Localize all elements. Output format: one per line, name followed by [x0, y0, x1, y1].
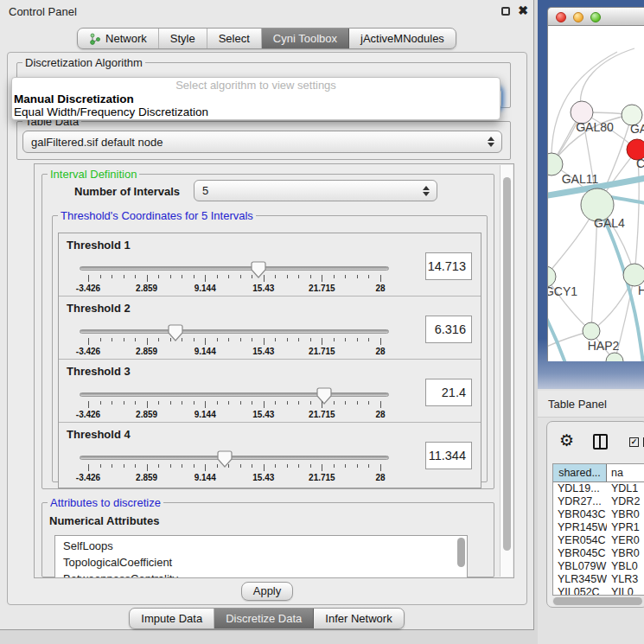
threshold-value-field[interactable]: 21.4 [425, 379, 472, 406]
slider-ticks [88, 275, 380, 283]
scale-label: 15.43 [252, 410, 274, 419]
scale-label: 21.715 [309, 284, 335, 293]
table-row[interactable]: YDL19...YDL1 [553, 482, 644, 495]
scrollbar-thumb[interactable] [503, 177, 511, 551]
settings-vertical-scrollbar[interactable] [500, 165, 513, 577]
table-cell: YBR045C [553, 547, 607, 560]
scale-label: -3.426 [76, 284, 100, 293]
numerical-attributes-list[interactable]: SelfLoopsTopologicalCoefficientBetweenne… [54, 535, 468, 578]
tab-cyni-toolbox[interactable]: Cyni Toolbox [262, 29, 349, 48]
tab-discretize-data[interactable]: Discretize Data [214, 609, 314, 628]
tab-label: Cyni Toolbox [273, 32, 337, 45]
threshold-value-field[interactable]: 6.316 [425, 316, 472, 343]
slider-track[interactable] [80, 392, 389, 397]
threshold-slider[interactable]: -3.4262.8599.14415.4321.71528 [80, 324, 389, 359]
table-column-header[interactable]: shared... [553, 464, 607, 481]
cyni-toolbox-panel: Discretization Algorithm Select algorith… [7, 52, 527, 605]
scale-label: -3.426 [76, 410, 100, 419]
table-cell: YBL079W [553, 560, 607, 573]
slider-track[interactable] [80, 266, 389, 271]
table-row[interactable]: YIL052CYIL0 [553, 586, 644, 596]
attributes-scrollbar[interactable] [457, 538, 465, 567]
mac-close-icon[interactable] [556, 12, 566, 22]
tab-select[interactable]: Select [207, 29, 262, 48]
table-row[interactable]: YLR345WYLR3 [553, 573, 644, 586]
scale-label: -3.426 [76, 347, 100, 356]
network-node[interactable] [583, 322, 600, 340]
table-header-row: shared...na [553, 464, 644, 482]
scale-label: 2.859 [136, 284, 157, 293]
apply-button[interactable]: Apply [241, 582, 293, 601]
threshold-slider[interactable]: -3.4262.8599.14415.4321.71528 [80, 261, 389, 296]
tab-network[interactable]: Network [78, 29, 159, 48]
close-icon[interactable]: ✖ [518, 3, 528, 17]
table-row[interactable]: YPR145WYPR1 [553, 521, 644, 534]
table-row[interactable]: YDR27...YDR2 [553, 495, 644, 508]
table-cell: YDL1 [607, 482, 644, 495]
tab-label: Impute Data [141, 612, 202, 625]
scrollbar-thumb[interactable] [553, 597, 642, 605]
table-row[interactable]: YBR043CYBR0 [553, 508, 644, 521]
table-cell: YLR3 [607, 573, 644, 586]
slider-track[interactable] [80, 329, 389, 334]
mac-zoom-icon[interactable] [590, 12, 601, 22]
slider-ticks [88, 338, 380, 346]
attribute-list-item[interactable]: BetweennessCentrality [55, 571, 467, 578]
thresholds-group-title: Threshold's Coordinates for 5 Intervals [58, 209, 256, 222]
threshold-value-field[interactable]: 11.344 [425, 442, 472, 469]
float-window-icon[interactable] [501, 7, 510, 16]
threshold-value-field[interactable]: 14.713 [425, 252, 472, 280]
column-layout-icon[interactable] [593, 434, 608, 450]
algorithm-option[interactable]: Manual Discretization [12, 92, 500, 105]
algorithm-dropdown-popup: Select algorithm to view settings Manual… [11, 77, 501, 120]
scale-label: -3.426 [76, 473, 100, 482]
tab-style[interactable]: Style [159, 29, 207, 48]
algorithm-hint-item[interactable]: Select algorithm to view settings [12, 78, 500, 92]
table-column-header[interactable]: na [607, 464, 644, 481]
tab-infer-network[interactable]: Infer Network [314, 609, 403, 628]
algorithm-option[interactable]: Equal Width/Frequency Discretization [12, 105, 500, 118]
checkbox-icon[interactable]: ✓ [629, 437, 639, 447]
slider-track[interactable] [80, 456, 389, 460]
attribute-list-item[interactable]: TopologicalCoefficient [55, 554, 467, 571]
table-data-combobox[interactable]: galFiltered.sif default node [22, 131, 502, 153]
network-window-titlebar[interactable] [547, 7, 644, 26]
network-canvas[interactable]: GAL80GACGAL11GAL4GCY1HHAP2 [547, 26, 644, 361]
tab-impute-data[interactable]: Impute Data [130, 609, 214, 628]
table-cell: YDR2 [607, 495, 644, 508]
table-card: ⚙ ✓ ✓ shared...na YDL19...YDL1YDR27...YD… [546, 421, 644, 608]
tab-label: Network [105, 32, 147, 45]
attributes-group: Attributes to discretize Numerical Attri… [41, 496, 494, 577]
table-row[interactable]: YER054CYER0 [553, 534, 644, 547]
threshold-row: Threshold 4-3.4262.8599.14415.4321.71528… [59, 423, 481, 486]
table-row[interactable]: YBL079WYBL0 [553, 560, 644, 573]
threshold-slider[interactable]: -3.4262.8599.14415.4321.71528 [80, 450, 389, 485]
table-cell: YBR0 [607, 508, 644, 521]
network-node-label: GCY1 [548, 284, 577, 298]
tab-jactivemnodules[interactable]: jActiveMNodules [349, 29, 456, 48]
mac-minimize-icon[interactable] [573, 12, 583, 22]
number-of-intervals-label: Number of Intervals [74, 185, 180, 198]
threshold-row: Threshold 1-3.4262.8599.14415.4321.71528… [59, 233, 481, 296]
threshold-rows-container: Threshold 1-3.4262.8599.14415.4321.71528… [58, 233, 481, 488]
scale-label: 28 [375, 347, 385, 356]
table-data-value: galFiltered.sif default node [31, 136, 163, 149]
table-row[interactable]: YBR045CYBR0 [553, 547, 644, 560]
number-of-intervals-combobox[interactable]: 5 [194, 180, 437, 201]
attribute-list-item[interactable]: SelfLoops [55, 538, 467, 554]
gear-icon[interactable]: ⚙ [559, 431, 574, 450]
scale-label: 15.43 [252, 347, 274, 356]
network-node[interactable] [548, 153, 563, 175]
slider-ticks [88, 401, 380, 409]
table-horizontal-scrollbar[interactable] [552, 596, 644, 606]
scale-label: 21.715 [309, 410, 335, 419]
control-panel-window: Control Panel ✖ NetworkStyleSelectCyni T… [0, 0, 534, 630]
numerical-attributes-label: Numerical Attributes [49, 514, 159, 527]
control-panel-titlebar: Control Panel ✖ [0, 0, 533, 22]
node-table: shared...na YDL19...YDL1YDR27...YDR2YBR0… [552, 463, 644, 596]
tab-label: Style [170, 32, 195, 45]
slider-scale-labels: -3.4262.8599.14415.4321.71528 [88, 347, 380, 357]
thresholds-group: Threshold's Coordinates for 5 Intervals … [52, 209, 488, 482]
slider-ticks [88, 464, 380, 472]
threshold-slider[interactable]: -3.4262.8599.14415.4321.71528 [80, 387, 389, 422]
